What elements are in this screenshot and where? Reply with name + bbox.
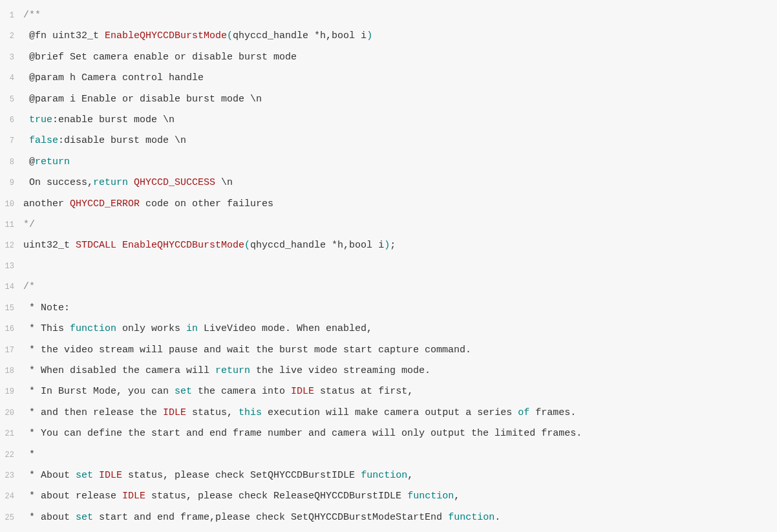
token: false (29, 135, 58, 146)
token: @ (23, 156, 35, 167)
token: , (407, 470, 413, 481)
token: function (407, 491, 454, 502)
code-line: 14/* (0, 277, 777, 297)
token: qhyccd_handle *h,bool i (233, 30, 367, 41)
token: in (186, 323, 198, 334)
token: function (448, 512, 495, 523)
line-number: 19 (0, 382, 23, 402)
code-line: 25 * about set start and end frame,pleas… (0, 507, 777, 528)
token: IDLE (99, 470, 122, 481)
line-number: 10 (0, 195, 23, 215)
code-content: * and then release the IDLE status, this… (23, 403, 777, 423)
line-number: 11 (0, 215, 23, 235)
code-line: 24 * about release IDLE status, please c… (0, 486, 777, 507)
token: */ (23, 219, 35, 230)
line-number: 22 (0, 445, 23, 465)
token: * About (23, 470, 76, 481)
line-number: 24 (0, 487, 23, 507)
code-line: 12uint32_t STDCALL EnableQHYCCDBurstMode… (0, 235, 777, 256)
code-line: 11*/ (0, 215, 777, 235)
token (116, 240, 122, 251)
token: status at first, (314, 386, 413, 397)
token: ( (227, 30, 233, 41)
token: * about release (23, 491, 122, 502)
token: frames. (529, 407, 576, 418)
code-content: * the video stream will pause and wait t… (23, 340, 777, 360)
code-content: */ (23, 215, 777, 235)
code-block: 1/**2 @fn uint32_t EnableQHYCCDBurstMode… (0, 0, 777, 532)
code-content: * In Burst Mode, you can set the camera … (23, 381, 777, 401)
token: @param h Camera control handle (23, 72, 204, 83)
token: ) (367, 30, 372, 41)
code-content: On success,return QHYCCD_SUCCESS \n (23, 173, 777, 193)
code-line: 1/** (0, 5, 777, 26)
token: function (361, 470, 407, 481)
line-number: 15 (0, 299, 23, 319)
code-line: 19 * In Burst Mode, you can set the came… (0, 381, 777, 402)
token: code on other failures (140, 198, 273, 209)
token: ; (390, 240, 396, 251)
token: EnableQHYCCDBurstMode (122, 240, 244, 251)
code-line: 18 * When disabled the camera will retur… (0, 361, 777, 381)
line-number: 7 (0, 131, 23, 151)
token: . (495, 512, 500, 523)
code-content: /** (23, 5, 777, 25)
code-content: true:enable burst mode \n (23, 110, 777, 130)
line-number: 25 (0, 508, 23, 528)
code-line: 4 @param h Camera control handle (0, 68, 777, 89)
token: execution will make camera output a seri… (262, 407, 518, 418)
code-content: another QHYCCD_ERROR code on other failu… (23, 194, 777, 214)
token: set (76, 470, 93, 481)
token (23, 114, 29, 125)
code-line: 22 * (0, 445, 777, 465)
line-number: 16 (0, 319, 23, 339)
code-line: 15 * Note: (0, 298, 777, 319)
code-content: @param h Camera control handle (23, 68, 777, 88)
code-line: 23 * About set IDLE status, please check… (0, 465, 777, 486)
token: * and then release the (23, 407, 163, 418)
token: * You can define the start and end frame… (23, 428, 582, 439)
line-number: 21 (0, 424, 23, 444)
token: * In Burst Mode, you can (23, 386, 175, 397)
code-line: 16 * This function only works in LiveVid… (0, 319, 777, 339)
token: return (215, 365, 250, 376)
code-content: * When disabled the camera will return t… (23, 361, 777, 381)
token: IDLE (122, 491, 145, 502)
token: QHYCCD_ERROR (70, 198, 140, 209)
code-line: 9 On success,return QHYCCD_SUCCESS \n (0, 173, 777, 193)
line-number: 3 (0, 48, 23, 68)
token (23, 135, 29, 146)
token: EnableQHYCCDBurstMode (105, 30, 227, 41)
line-number: 2 (0, 27, 23, 47)
token: status, please check SetQHYCCDBurstIDLE (122, 470, 361, 481)
token: \n (215, 177, 233, 188)
line-number: 23 (0, 466, 23, 486)
line-number: 13 (0, 257, 23, 277)
code-line: 7 false:disable burst mode \n (0, 131, 777, 151)
token: qhyccd_handle *h,bool i (250, 240, 384, 251)
code-content: @param i Enable or disable burst mode \n (23, 89, 777, 109)
token: * (23, 449, 35, 460)
code-content: false:disable burst mode \n (23, 131, 777, 151)
code-content: * about release IDLE status, please chec… (23, 486, 777, 506)
line-number: 8 (0, 153, 23, 173)
code-content: @return (23, 152, 777, 172)
token: this (239, 407, 262, 418)
token: * This (23, 323, 70, 334)
line-number: 4 (0, 69, 23, 89)
token: another (23, 198, 70, 209)
token: uint32_t (23, 240, 76, 251)
code-content: * You can define the start and end frame… (23, 423, 777, 443)
token (93, 470, 99, 481)
line-number: 5 (0, 90, 23, 110)
code-line: 8 @return (0, 152, 777, 173)
token: @fn uint32_t (23, 30, 105, 41)
line-number: 12 (0, 236, 23, 256)
line-number: 17 (0, 341, 23, 361)
code-line: 6 true:enable burst mode \n (0, 110, 777, 131)
line-number: 20 (0, 403, 23, 423)
code-content: */ (23, 528, 777, 532)
token: start and end frame,please check SetQHYC… (93, 512, 448, 523)
token: only works (116, 323, 186, 334)
code-line: 13 (0, 257, 777, 277)
